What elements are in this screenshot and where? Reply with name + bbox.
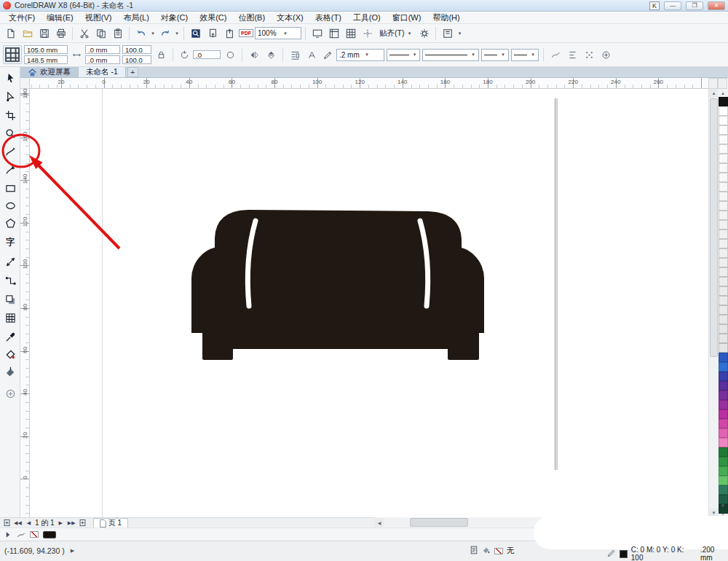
- document-info-icon[interactable]: [470, 546, 478, 556]
- palette-swatch[interactable]: [719, 419, 728, 428]
- palette-swatch[interactable]: [719, 315, 728, 324]
- redo-button[interactable]: [157, 26, 173, 41]
- object-x-field[interactable]: 105.0 mm: [24, 45, 68, 54]
- object-width-field[interactable]: .0 mm: [85, 45, 120, 54]
- fullscreen-preview-button[interactable]: [309, 26, 325, 41]
- menu-item[interactable]: 效果(C): [194, 12, 232, 24]
- palette-swatch[interactable]: [719, 466, 728, 476]
- palette-swatch[interactable]: [719, 438, 728, 447]
- vertical-ruler[interactable]: 180160140120100806040200: [20, 89, 30, 517]
- rotation-angle-field[interactable]: .0: [193, 50, 221, 59]
- palette-swatch[interactable]: [719, 457, 728, 466]
- palette-swatch[interactable]: [719, 485, 728, 495]
- lock-ratio-button[interactable]: [154, 47, 168, 62]
- palette-swatch[interactable]: [719, 400, 728, 409]
- palette-scroll-up-button[interactable]: ▲: [718, 89, 728, 97]
- palette-swatch[interactable]: [719, 296, 728, 305]
- undo-button[interactable]: [133, 26, 149, 41]
- tab-untitled-document[interactable]: 未命名 -1: [79, 67, 126, 77]
- snap-caret[interactable]: ▾: [406, 31, 412, 36]
- palette-swatch[interactable]: [719, 220, 728, 230]
- menu-item[interactable]: 布局(L): [117, 12, 154, 24]
- palette-swatch[interactable]: [719, 230, 728, 239]
- show-guidelines-button[interactable]: [360, 26, 375, 41]
- add-tools-button[interactable]: [2, 385, 18, 401]
- freehand-smoothing-button[interactable]: [548, 47, 563, 62]
- palette-swatch[interactable]: [719, 154, 728, 163]
- palette-swatch[interactable]: [719, 239, 728, 248]
- last-page-button[interactable]: ▶▶: [67, 519, 76, 527]
- end-arrow-combo[interactable]: ▾: [511, 49, 539, 61]
- menu-item[interactable]: 帮助(H): [427, 12, 465, 24]
- zoom-caret[interactable]: ▾: [282, 31, 288, 36]
- redo-dropdown-caret[interactable]: ▾: [174, 31, 180, 36]
- zoom-tool[interactable]: [2, 125, 18, 141]
- previous-page-button[interactable]: ◀: [24, 519, 33, 527]
- scale-y-field[interactable]: 100.0: [122, 55, 151, 64]
- palette-swatch[interactable]: [719, 343, 728, 353]
- palette-swatch[interactable]: [719, 248, 728, 258]
- palette-scroll-down-button[interactable]: ▼: [718, 501, 728, 509]
- palette-swatch[interactable]: [719, 353, 728, 362]
- minimize-button[interactable]: —: [664, 1, 681, 10]
- palette-swatch[interactable]: [719, 447, 728, 457]
- tab-welcome-screen[interactable]: 欢迎屏幕: [20, 67, 79, 77]
- palette-swatch[interactable]: [719, 267, 728, 277]
- ellipse-tool[interactable]: [2, 197, 18, 213]
- copy-button[interactable]: [93, 26, 108, 41]
- export-button[interactable]: [221, 26, 237, 41]
- palette-swatch[interactable]: [719, 286, 728, 296]
- print-button[interactable]: [53, 26, 68, 41]
- next-page-button[interactable]: ▶: [56, 519, 66, 527]
- palette-swatch[interactable]: [719, 192, 728, 201]
- toggle-views-button[interactable]: [708, 78, 718, 89]
- show-rulers-button[interactable]: [326, 26, 341, 41]
- mesh-fill-tool[interactable]: [2, 310, 18, 326]
- start-arrow-combo[interactable]: ▾: [481, 49, 509, 61]
- add-page-start-button[interactable]: [2, 519, 12, 527]
- interactive-fill-tool[interactable]: [2, 364, 18, 380]
- object-y-field[interactable]: 148.5 mm: [24, 55, 68, 64]
- palette-swatch[interactable]: [719, 125, 728, 135]
- paste-button[interactable]: [110, 26, 125, 41]
- expander-icon[interactable]: [4, 530, 12, 539]
- menu-item[interactable]: 工具(O): [347, 12, 387, 24]
- drop-shadow-tool[interactable]: [2, 291, 18, 307]
- text-tool[interactable]: 字: [2, 234, 18, 250]
- palette-swatch[interactable]: [719, 106, 728, 116]
- search-content-button[interactable]: [188, 26, 203, 41]
- mirror-horizontal-button[interactable]: [247, 47, 261, 62]
- color-eyedropper-tool[interactable]: [2, 329, 18, 345]
- palette-swatch[interactable]: [719, 182, 728, 192]
- outline-width-combo[interactable]: .2 mm ▾: [336, 49, 384, 61]
- palette-swatch[interactable]: [719, 381, 728, 391]
- options-gear-button[interactable]: [416, 26, 432, 41]
- artistic-media-tool[interactable]: [2, 162, 18, 178]
- scroll-left-button[interactable]: ◀: [375, 518, 384, 527]
- round-corner-button[interactable]: [223, 47, 237, 62]
- connector-tool[interactable]: [2, 272, 18, 289]
- ruler-origin-corner[interactable]: [20, 78, 30, 89]
- palette-swatch[interactable]: [719, 173, 728, 182]
- new-tab-button[interactable]: +: [127, 67, 138, 77]
- horizontal-scroll-thumb[interactable]: [410, 518, 468, 527]
- menu-item[interactable]: 编辑(E): [41, 12, 79, 24]
- smart-fill-tool[interactable]: [2, 346, 18, 362]
- new-document-button[interactable]: [3, 26, 18, 41]
- palette-swatch[interactable]: [719, 163, 728, 173]
- palette-swatch[interactable]: [719, 201, 728, 211]
- undo-dropdown-caret[interactable]: ▾: [150, 31, 156, 36]
- line-style-caret[interactable]: ▾: [412, 52, 417, 58]
- vertical-scroll-thumb[interactable]: [710, 98, 718, 357]
- outline-style-combo[interactable]: ▾: [422, 49, 479, 61]
- parallel-dimension-tool[interactable]: [2, 254, 18, 270]
- add-page-end-button[interactable]: [78, 519, 87, 527]
- start-arrow-caret[interactable]: ▾: [500, 52, 506, 58]
- more-options-button[interactable]: [598, 47, 613, 62]
- menu-item[interactable]: 视图(V): [79, 12, 118, 24]
- palette-swatch[interactable]: [719, 305, 728, 315]
- menu-item[interactable]: 文件(F): [3, 12, 41, 24]
- text-properties-button[interactable]: [304, 47, 319, 62]
- palette-swatch[interactable]: [719, 97, 728, 106]
- wrap-text-button[interactable]: [288, 47, 302, 62]
